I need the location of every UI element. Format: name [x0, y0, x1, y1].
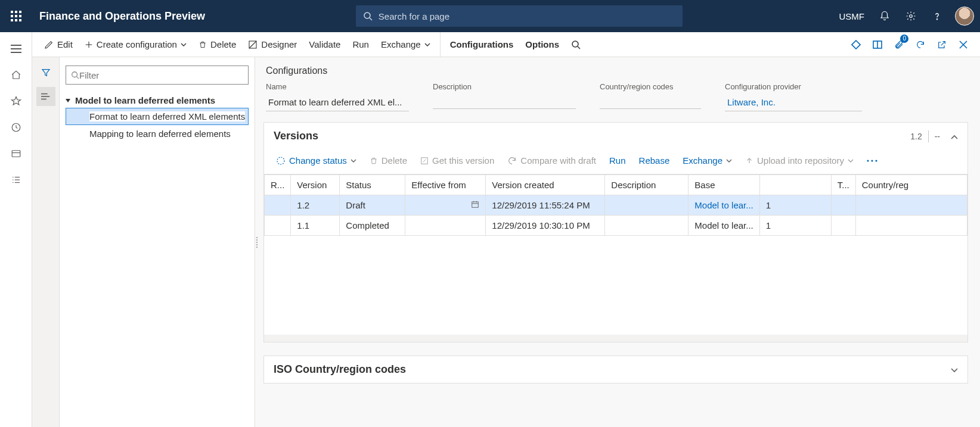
list-view-toggle[interactable] — [36, 87, 55, 106]
rebase-button[interactable]: Rebase — [634, 153, 675, 168]
svg-point-19 — [572, 41, 578, 47]
field-value[interactable] — [433, 95, 576, 109]
col-base-n[interactable] — [759, 175, 831, 195]
designer-icon — [248, 40, 258, 49]
tree-child-format[interactable]: Format to learn deferred XML elements — [66, 108, 249, 125]
popout-button[interactable] — [931, 32, 953, 57]
versions-grid[interactable]: R... Version Status Effective from Versi… — [264, 174, 967, 335]
validate-button[interactable]: Validate — [303, 32, 346, 57]
calendar-icon[interactable] — [471, 200, 479, 210]
col-created[interactable]: Version created — [486, 175, 605, 195]
version-delete-button[interactable]: Delete — [365, 153, 412, 168]
settings-button[interactable] — [899, 0, 923, 32]
nav-workspaces[interactable] — [0, 141, 32, 167]
edit-button[interactable]: Edit — [38, 32, 79, 57]
compare-button[interactable]: Compare with draft — [503, 153, 601, 168]
options-tab[interactable]: Options — [519, 32, 565, 57]
cell-desc — [605, 195, 689, 216]
version-exchange-button[interactable]: Exchange — [678, 153, 737, 168]
chevron-down-icon — [424, 43, 430, 46]
exchange-button[interactable]: Exchange — [375, 32, 441, 57]
waffle-icon — [11, 11, 21, 21]
header-center: Search for a page — [205, 5, 833, 27]
table-row[interactable]: 1.1 Completed 12/29/2019 10:30:10 PM Mod… — [265, 216, 967, 236]
collapse-toggle[interactable] — [946, 130, 958, 142]
table-row[interactable]: 1.2 Draft 12/29/2019 11:55:24 PM Model t… — [265, 195, 967, 216]
nav-home[interactable] — [0, 62, 32, 88]
bell-icon — [879, 11, 890, 21]
version-run-button[interactable]: Run — [604, 153, 631, 168]
change-status-button[interactable]: Change status — [271, 153, 361, 168]
scroll-stub — [264, 335, 967, 342]
refresh-button[interactable] — [910, 32, 931, 57]
cell-created: 12/29/2019 10:30:10 PM — [486, 216, 605, 236]
col-status[interactable]: Status — [340, 175, 405, 195]
upload-button[interactable]: Upload into repository — [740, 153, 858, 168]
field-label: Description — [433, 82, 576, 91]
close-button[interactable] — [953, 32, 974, 57]
col-country[interactable]: Country/reg — [855, 175, 967, 195]
svg-point-32 — [867, 160, 869, 161]
designer-button[interactable]: Designer — [242, 32, 303, 57]
field-label: Country/region codes — [600, 82, 701, 91]
tree-root-label: Model to learn deferred elements — [75, 95, 215, 105]
tree-filter-input[interactable] — [79, 70, 243, 80]
chevron-down-icon — [726, 159, 732, 163]
home-icon — [11, 70, 21, 80]
help-button[interactable] — [925, 0, 949, 32]
create-config-button[interactable]: Create configuration — [79, 32, 193, 57]
open-excel-button[interactable] — [867, 32, 888, 57]
company-code[interactable]: USMF — [833, 11, 871, 21]
nav-toggle[interactable] — [0, 36, 32, 62]
nav-modules[interactable] — [0, 167, 32, 193]
run-button[interactable]: Run — [346, 32, 375, 57]
tree-child-label: Mapping to learn deferred elements — [89, 129, 231, 139]
user-avatar[interactable] — [955, 7, 974, 26]
notifications-button[interactable] — [873, 0, 897, 32]
svg-point-30 — [277, 157, 284, 164]
cell-base-link[interactable]: Model to lear... — [689, 195, 759, 216]
delete-button[interactable]: Delete — [193, 32, 242, 57]
expand-toggle[interactable] — [946, 363, 958, 376]
global-search[interactable]: Search for a page — [356, 5, 683, 27]
tree-filter[interactable] — [66, 66, 249, 85]
col-version[interactable]: Version — [291, 175, 340, 195]
get-version-button[interactable]: Get this version — [415, 153, 499, 168]
config-tree: Model to learn deferred elements Format … — [66, 93, 249, 142]
search-icon — [571, 40, 581, 49]
view-strip — [32, 57, 60, 427]
field-value-link[interactable]: Litware, Inc. — [725, 95, 862, 111]
filter-pane-toggle[interactable] — [36, 63, 55, 82]
cell-t — [831, 216, 855, 236]
splitter-handle[interactable] — [255, 231, 259, 254]
col-base[interactable]: Base — [689, 175, 759, 195]
col-desc[interactable]: Description — [605, 175, 689, 195]
clock-icon — [11, 122, 21, 133]
table-header-row: R... Version Status Effective from Versi… — [265, 175, 967, 195]
col-r[interactable]: R... — [265, 175, 291, 195]
chevron-down-icon — [848, 159, 854, 163]
cell-effective[interactable] — [405, 195, 486, 216]
iso-codes-header[interactable]: ISO Country/region codes — [264, 356, 967, 383]
tree-root-node[interactable]: Model to learn deferred elements — [66, 93, 249, 108]
svg-rect-8 — [12, 151, 20, 157]
svg-rect-35 — [472, 202, 479, 207]
versions-header[interactable]: Versions 1.2 -- — [264, 123, 967, 149]
more-actions-button[interactable] — [862, 157, 882, 164]
app-launcher[interactable] — [0, 0, 32, 32]
field-value[interactable]: Format to learn deferred XML el... — [266, 95, 409, 111]
open-in-dev-button[interactable] — [845, 32, 867, 57]
nav-recent[interactable] — [0, 114, 32, 141]
tree-child-mapping[interactable]: Mapping to learn deferred elements — [66, 125, 249, 142]
hamburger-icon — [11, 45, 21, 53]
nav-favorites[interactable] — [0, 88, 32, 114]
question-icon — [932, 11, 942, 21]
attachments-button[interactable]: 0 — [888, 32, 910, 57]
col-t[interactable]: T... — [831, 175, 855, 195]
get-version-label: Get this version — [432, 155, 494, 166]
page-search-button[interactable] — [565, 32, 587, 57]
tree-child-label: Format to learn deferred XML elements — [89, 111, 245, 121]
field-value[interactable] — [600, 95, 701, 109]
col-effective[interactable]: Effective from — [405, 175, 486, 195]
configurations-tab[interactable]: Configurations — [444, 32, 520, 57]
